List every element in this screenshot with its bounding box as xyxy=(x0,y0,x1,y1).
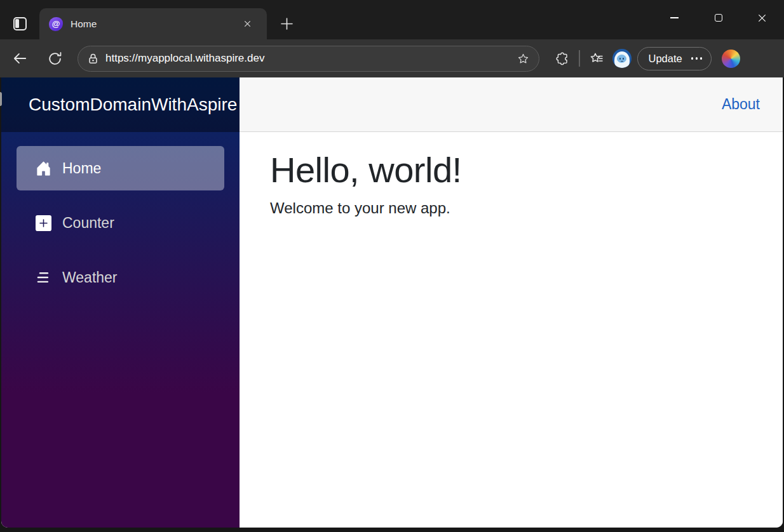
refresh-icon xyxy=(47,51,63,67)
main-area: About Hello, world! Welcome to your new … xyxy=(240,77,783,528)
browser-toolbar: https://myapplocal.withaspire.dev xyxy=(0,39,784,77)
star-icon xyxy=(517,52,530,65)
back-button[interactable] xyxy=(7,46,32,71)
page-content: CustomDomainWithAspire Home xyxy=(1,77,783,528)
welcome-text: Welcome to your new app. xyxy=(270,199,752,217)
tab-strip: @ Home xyxy=(0,0,784,39)
nav-item-weather[interactable]: Weather xyxy=(17,255,224,300)
lock-icon xyxy=(87,53,99,65)
favorites-button[interactable] xyxy=(584,46,609,71)
copilot-button[interactable] xyxy=(717,44,745,72)
about-link[interactable]: About xyxy=(722,96,760,113)
copilot-icon xyxy=(722,50,740,68)
toolbar-divider xyxy=(579,50,580,67)
page-heading: Hello, world! xyxy=(270,149,752,191)
window-controls xyxy=(652,0,784,36)
main-top-row: About xyxy=(240,77,783,132)
maximize-icon xyxy=(715,14,722,22)
puzzle-icon xyxy=(555,51,570,66)
minimize-icon xyxy=(670,17,679,18)
back-arrow-icon xyxy=(11,50,28,67)
settings-update-button[interactable]: Update xyxy=(637,47,712,70)
ellipsis-icon xyxy=(691,57,703,60)
main-content: Hello, world! Welcome to your new app. xyxy=(240,132,783,234)
favorite-star-button[interactable] xyxy=(512,48,534,69)
plus-icon xyxy=(280,17,294,30)
minimize-button[interactable] xyxy=(652,0,696,36)
brand-row: CustomDomainWithAspire xyxy=(1,77,240,132)
star-list-icon xyxy=(589,51,604,66)
app-sidebar: CustomDomainWithAspire Home xyxy=(1,77,240,528)
blazor-favicon-icon: @ xyxy=(49,17,63,31)
nav-label-weather: Weather xyxy=(62,269,118,286)
close-icon xyxy=(243,20,252,28)
browser-window: @ Home xyxy=(0,0,784,532)
refresh-button[interactable] xyxy=(42,46,67,71)
nav-label-home: Home xyxy=(62,160,101,177)
nav-item-counter[interactable]: Counter xyxy=(17,201,224,245)
browser-tab-home[interactable]: @ Home xyxy=(39,8,267,39)
new-tab-button[interactable] xyxy=(276,13,297,34)
update-label: Update xyxy=(649,53,682,65)
list-nested-icon xyxy=(35,269,51,286)
url-text: https://myapplocal.withaspire.dev xyxy=(105,52,512,65)
close-icon xyxy=(757,13,767,23)
plus-square-icon xyxy=(35,215,51,231)
nav-item-home[interactable]: Home xyxy=(17,146,224,190)
tab-title: Home xyxy=(71,18,239,30)
profile-button[interactable] xyxy=(609,46,635,71)
maximize-button[interactable] xyxy=(696,0,740,36)
nav-menu: Home Counter xyxy=(1,132,240,310)
house-icon xyxy=(35,160,51,176)
close-window-button[interactable] xyxy=(740,0,784,36)
yeti-avatar xyxy=(612,49,632,68)
nav-label-counter: Counter xyxy=(62,215,114,232)
extensions-button[interactable] xyxy=(550,46,575,71)
app-brand[interactable]: CustomDomainWithAspire xyxy=(29,95,237,115)
address-bar[interactable]: https://myapplocal.withaspire.dev xyxy=(78,46,539,72)
tab-actions-button[interactable] xyxy=(6,10,34,37)
sidebar-reveal-handle xyxy=(0,92,2,106)
tab-actions-panel-icon xyxy=(13,17,27,30)
tab-close-button[interactable] xyxy=(239,16,255,32)
